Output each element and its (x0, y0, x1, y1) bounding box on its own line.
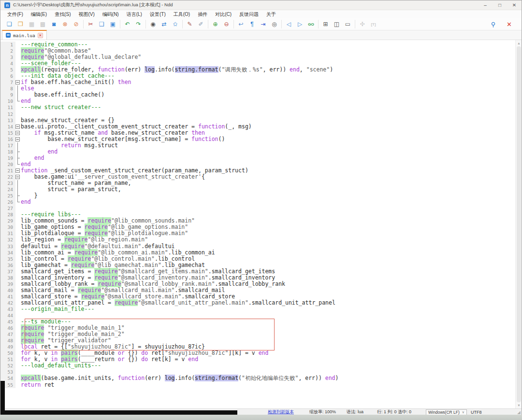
code-line[interactable]: 26end (0, 199, 515, 205)
fold-margin (15, 268, 20, 275)
split-view-icon[interactable]: ◫ (331, 19, 342, 29)
eol-select[interactable]: Windows(CR LF) ∨ (426, 409, 467, 415)
line-number: 26 (0, 199, 15, 205)
text-tool-icon: [T] (368, 19, 379, 29)
monitor-preview-icon[interactable]: ▭ (342, 19, 353, 29)
window-grid-icon[interactable]: ⊞ (320, 19, 331, 29)
menu-item[interactable]: 设置(T) (146, 10, 170, 18)
line-number: 10 (0, 98, 15, 104)
macro-record-icon[interactable]: ✎ (184, 19, 195, 29)
chevron-down-icon: ∨ (462, 410, 464, 414)
scroll-down-icon[interactable]: ▼ (516, 402, 522, 408)
code-line[interactable]: 39smallcard_lobby_rank = require"@smallc… (0, 281, 515, 287)
code-line[interactable]: 18 end (0, 149, 515, 155)
focus-mode-icon[interactable]: ◎ (269, 19, 280, 29)
fold-collapse-icon[interactable] (15, 79, 20, 85)
new-file-icon[interactable]: ❏ (4, 19, 15, 29)
tab-close-icon[interactable]: ✕ (38, 33, 43, 38)
fold-margin (15, 98, 20, 104)
resize-grip[interactable]: ◢ (517, 410, 521, 415)
close-file-icon[interactable]: ⊗ (59, 19, 71, 29)
fold-collapse-icon[interactable] (15, 130, 20, 136)
goto-line-icon[interactable]: GO (305, 19, 317, 29)
code-line[interactable]: 34lib_common_ai = require"@lib_common_ai… (0, 250, 515, 256)
menu-item[interactable]: 视图(V) (74, 10, 98, 18)
code-line[interactable]: 52---load_default_units--- (0, 363, 515, 369)
document-icon (6, 33, 11, 38)
macro-play-icon[interactable]: ✐ (195, 19, 206, 29)
line-number: 49 (0, 344, 15, 350)
menu-item[interactable]: 编码(N) (99, 10, 123, 18)
fold-margin (15, 48, 20, 54)
fold-margin (15, 73, 20, 79)
nav-back-icon[interactable]: ◁ (283, 19, 294, 29)
fold-margin (15, 199, 20, 205)
line-number: 3 (0, 54, 15, 60)
scrollbar-thumb[interactable] (517, 46, 521, 402)
text-mode-icon[interactable]: ◙ (48, 19, 59, 29)
fold-collapse-icon[interactable] (15, 168, 20, 174)
tab-main-lua[interactable]: main.lua ✕ (2, 30, 47, 40)
open-file-icon[interactable]: ❐ (15, 19, 26, 29)
menu-item[interactable]: 编辑(E) (27, 10, 51, 18)
indent-guide-icon[interactable]: ⇥ (258, 19, 269, 29)
code-line[interactable]: 43---origin_main_file--- (0, 306, 515, 312)
fold-collapse-icon[interactable] (15, 136, 20, 142)
menu-item[interactable]: 工具(O) (170, 10, 194, 18)
code-line[interactable]: 32lib_region = require"@lib_region.main" (0, 237, 515, 243)
maximize-button[interactable]: □ (493, 0, 507, 10)
code-editor[interactable]: 1---require_common---2require"@common.ba… (0, 40, 522, 408)
cut-icon[interactable]: ✂ (85, 19, 96, 29)
vertical-scrollbar[interactable]: ▲ ▼ (515, 40, 522, 408)
minimize-button[interactable]: – (478, 0, 493, 10)
close-all-files-icon[interactable]: ⊘ (71, 19, 82, 29)
share-icon: ✣ (357, 19, 368, 29)
bookmark-icon[interactable]: ✩ (170, 19, 181, 29)
code-line[interactable]: 17 return msg.struct (0, 142, 515, 149)
fold-collapse-icon[interactable] (15, 124, 20, 130)
fold-margin (15, 312, 20, 319)
code-line[interactable]: 35lib_control = require"@lib_control.mai… (0, 256, 515, 262)
menu-item[interactable]: 插件 (194, 10, 211, 18)
code-line[interactable]: 54xpcall(base.game.init_units, function(… (0, 375, 515, 381)
tab-bar: main.lua ✕ (0, 30, 522, 40)
code-line[interactable]: 19 end (0, 155, 515, 161)
code-line[interactable]: 44 (0, 312, 515, 319)
code-line[interactable]: 33defaultui = require"@defaultui.main".d… (0, 243, 515, 250)
menu-item[interactable]: 对比(C) (211, 10, 235, 18)
fold-collapse-icon[interactable] (15, 174, 20, 180)
code-text: ---origin_main_file--- (20, 306, 94, 312)
menu-item[interactable]: 文件(F) (3, 10, 27, 18)
menu-item[interactable]: 反馈问题 (235, 10, 262, 18)
show-symbols-icon[interactable]: ¶ (246, 19, 258, 29)
paste-icon[interactable]: ▣ (107, 19, 118, 29)
close-button[interactable]: ✕ (507, 0, 522, 10)
line-number: 30 (0, 224, 15, 230)
fold-margin (15, 186, 20, 193)
word-wrap-icon[interactable]: ↩ (235, 19, 246, 29)
menu-item[interactable]: 语言(L) (123, 10, 146, 18)
copy-icon[interactable]: ❑ (96, 19, 107, 29)
redo-icon[interactable]: ↷ (133, 19, 144, 29)
code-line[interactable]: 55return ret (0, 382, 515, 388)
mark-word-icon[interactable]: ⊕ (210, 19, 221, 29)
scroll-up-icon[interactable]: ▲ (516, 40, 522, 46)
code-line[interactable]: 7if base.eff.has_cache_init() then (0, 79, 515, 85)
fold-margin (15, 294, 20, 300)
clear-marks-icon[interactable]: ⊖ (221, 19, 232, 29)
menu-item[interactable]: 查找(S) (51, 10, 74, 18)
close-toolbar-icon[interactable]: ✕ (504, 19, 515, 29)
pin-icon[interactable]: ⚲ (488, 19, 499, 29)
nav-forward-icon[interactable]: ▷ (294, 19, 305, 29)
replace-icon[interactable]: ⇄ (159, 19, 170, 29)
code-line[interactable]: 9 base.eff.init_cache() (0, 92, 515, 98)
code-line[interactable]: 25 } (0, 193, 515, 199)
code-line[interactable]: 11---new struct creater--- (0, 104, 515, 111)
toolbar-group: ◉⇄✩ (146, 20, 183, 28)
code-text: base.eff.init_cache() (20, 92, 104, 98)
undo-icon[interactable]: ↶ (122, 19, 133, 29)
find-icon[interactable]: ◉ (147, 19, 159, 29)
code-line[interactable]: 24 struct = param_struct, (0, 186, 515, 193)
line-number: 48 (0, 337, 15, 344)
menu-item[interactable]: 关于 (262, 10, 280, 18)
